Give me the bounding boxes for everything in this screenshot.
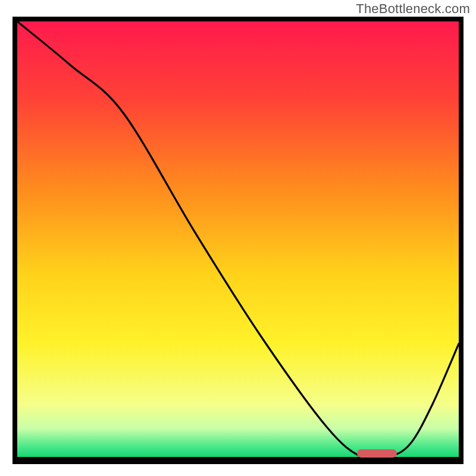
curve-layer: [17, 21, 459, 457]
bottleneck-curve: [17, 21, 459, 457]
optimal-range-marker: [357, 449, 397, 458]
attribution-text: TheBottleneck.com: [356, 1, 470, 17]
plot-border: [12, 17, 464, 464]
plot-area: [17, 21, 459, 457]
chart-frame: TheBottleneck.com: [0, 0, 476, 476]
